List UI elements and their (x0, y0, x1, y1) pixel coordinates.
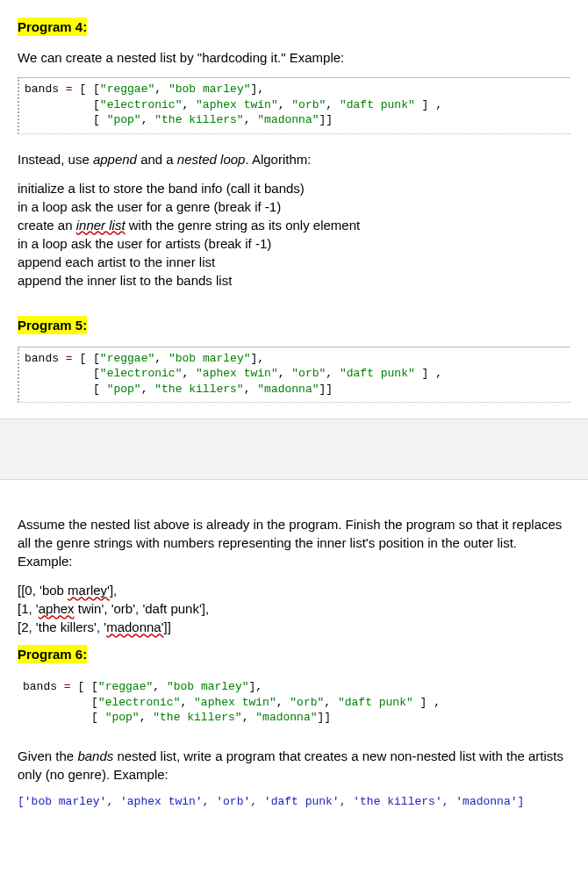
program4-instead: Instead, use append and a nested loop. A… (18, 150, 570, 168)
program5-title: Program 5: (18, 316, 87, 334)
program6-code: bands = [ ["reggae", "bob marley"], ["el… (18, 676, 570, 731)
page-break (0, 419, 588, 480)
program4-intro: We can create a nested list by "hardcodi… (18, 48, 570, 67)
program5-task: Assume the nested list above is already … (18, 515, 570, 570)
program5-code: bands = [ ["reggae", "bob marley"], ["el… (18, 347, 570, 404)
program6-task: Given the bands nested list, write a pro… (18, 747, 570, 784)
program6-output: ['bob marley', 'aphex twin', 'orb', 'daf… (18, 794, 570, 810)
program4-algorithm: initialize a list to store the band info… (18, 179, 570, 290)
program5-example-output: [[0, 'bob marley'], [1, 'aphex twin', 'o… (18, 581, 570, 636)
program4-title: Program 4: (18, 18, 87, 36)
program6-title: Program 6: (18, 645, 87, 663)
program4-code: bands = [ ["reggae", "bob marley"], ["el… (18, 77, 570, 134)
